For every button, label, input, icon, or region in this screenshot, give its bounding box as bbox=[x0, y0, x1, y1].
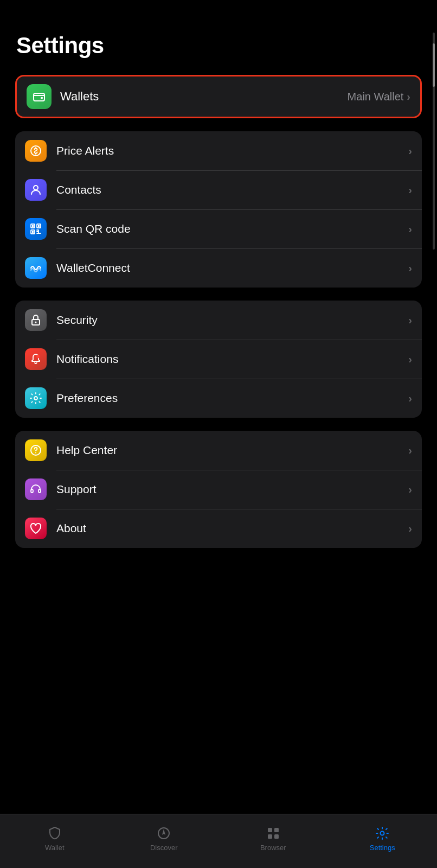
menu-item-contacts[interactable]: Contacts › bbox=[15, 170, 422, 209]
compass-tab-icon bbox=[156, 825, 172, 841]
svg-point-15 bbox=[34, 397, 37, 400]
page-title: Settings bbox=[16, 33, 421, 59]
tab-browser[interactable]: Browser bbox=[218, 825, 328, 852]
wallets-label: Wallets bbox=[60, 90, 348, 104]
svg-point-3 bbox=[34, 186, 38, 190]
wallets-icon-wrap bbox=[27, 84, 52, 109]
svg-point-17 bbox=[35, 452, 36, 454]
dollar-icon bbox=[29, 144, 42, 157]
menu-item-security[interactable]: Security › bbox=[15, 301, 422, 340]
grid-tab-icon bbox=[265, 825, 281, 841]
tab-wallet[interactable]: Wallet bbox=[0, 825, 110, 852]
preferences-label: Preferences bbox=[56, 392, 408, 405]
scan-qr-label: Scan QR code bbox=[56, 222, 408, 235]
support-icon-wrap bbox=[25, 478, 47, 500]
wave-icon bbox=[29, 261, 42, 275]
section-card-1: Price Alerts › Contacts › bbox=[15, 131, 422, 288]
walletconnect-icon-wrap bbox=[25, 257, 47, 279]
header: Settings bbox=[0, 0, 437, 69]
svg-marker-21 bbox=[162, 829, 165, 835]
svg-point-26 bbox=[381, 832, 384, 835]
walletconnect-label: WalletConnect bbox=[56, 261, 408, 275]
menu-item-preferences[interactable]: Preferences › bbox=[15, 379, 422, 418]
wallets-row[interactable]: Wallets Main Wallet › bbox=[15, 75, 422, 118]
svg-rect-0 bbox=[34, 93, 44, 101]
contacts-chevron: › bbox=[408, 184, 412, 196]
svg-rect-25 bbox=[274, 834, 279, 839]
menu-item-support[interactable]: Support › bbox=[15, 470, 422, 509]
section-card-3: Help Center › Support › About bbox=[15, 431, 422, 548]
support-label: Support bbox=[56, 483, 408, 496]
heart-icon bbox=[29, 522, 42, 535]
tab-discover[interactable]: Discover bbox=[110, 825, 219, 852]
help-center-label: Help Center bbox=[56, 444, 408, 457]
scrollbar-track[interactable] bbox=[433, 33, 435, 250]
notifications-chevron: › bbox=[408, 353, 412, 366]
svg-rect-7 bbox=[32, 225, 34, 227]
question-icon bbox=[29, 444, 42, 457]
price-alerts-icon-wrap bbox=[25, 140, 47, 162]
about-label: About bbox=[56, 522, 408, 535]
contacts-icon-wrap bbox=[25, 179, 47, 201]
notifications-label: Notifications bbox=[56, 353, 408, 366]
security-label: Security bbox=[56, 314, 408, 327]
tab-wallet-label: Wallet bbox=[45, 844, 65, 852]
tab-settings-label: Settings bbox=[370, 844, 395, 852]
page-container: Settings Wallets Main Wallet › Price Al bbox=[0, 0, 437, 868]
help-center-chevron: › bbox=[408, 444, 412, 457]
preferences-chevron: › bbox=[408, 392, 412, 405]
qr-icon bbox=[29, 222, 42, 235]
support-chevron: › bbox=[408, 483, 412, 496]
about-chevron: › bbox=[408, 522, 412, 535]
svg-rect-22 bbox=[268, 828, 272, 832]
tab-bar: Wallet Discover Browser bbox=[0, 814, 437, 868]
scan-qr-chevron: › bbox=[408, 223, 412, 235]
person-icon bbox=[29, 183, 42, 196]
walletconnect-chevron: › bbox=[408, 262, 412, 275]
svg-rect-18 bbox=[31, 489, 33, 493]
svg-rect-8 bbox=[38, 225, 40, 227]
preferences-icon-wrap bbox=[25, 387, 47, 409]
security-chevron: › bbox=[408, 314, 412, 327]
wallets-chevron: › bbox=[407, 91, 410, 103]
tab-settings[interactable]: Settings bbox=[328, 825, 438, 852]
tab-browser-label: Browser bbox=[260, 844, 286, 852]
svg-point-11 bbox=[35, 322, 37, 323]
section-card-2: Security › Notifications › bbox=[15, 301, 422, 418]
menu-item-scan-qr[interactable]: Scan QR code › bbox=[15, 209, 422, 248]
svg-rect-9 bbox=[32, 231, 34, 233]
price-alerts-chevron: › bbox=[408, 145, 412, 157]
price-alerts-label: Price Alerts bbox=[56, 144, 408, 157]
headphone-icon bbox=[29, 483, 42, 496]
menu-item-price-alerts[interactable]: Price Alerts › bbox=[15, 131, 422, 170]
menu-item-help-center[interactable]: Help Center › bbox=[15, 431, 422, 470]
bell-icon bbox=[29, 353, 42, 366]
contacts-label: Contacts bbox=[56, 183, 408, 196]
svg-rect-23 bbox=[274, 828, 279, 832]
menu-item-notifications[interactable]: Notifications › bbox=[15, 340, 422, 379]
gear-tab-icon bbox=[374, 825, 390, 841]
tab-discover-label: Discover bbox=[150, 844, 178, 852]
svg-rect-19 bbox=[38, 489, 41, 493]
scan-qr-icon-wrap bbox=[25, 218, 47, 240]
svg-rect-24 bbox=[268, 834, 272, 839]
notifications-icon-wrap bbox=[25, 348, 47, 370]
security-icon-wrap bbox=[25, 309, 47, 331]
menu-item-about[interactable]: About › bbox=[15, 509, 422, 548]
wallet-icon bbox=[32, 90, 46, 104]
help-center-icon-wrap bbox=[25, 439, 47, 461]
lock-icon bbox=[29, 314, 42, 327]
gear-icon bbox=[29, 392, 42, 405]
menu-item-walletconnect[interactable]: WalletConnect › bbox=[15, 248, 422, 288]
shield-tab-icon bbox=[47, 825, 63, 841]
about-icon-wrap bbox=[25, 518, 47, 539]
scrollbar-thumb bbox=[433, 43, 435, 87]
svg-rect-1 bbox=[41, 97, 43, 99]
wallets-value: Main Wallet bbox=[348, 91, 404, 103]
